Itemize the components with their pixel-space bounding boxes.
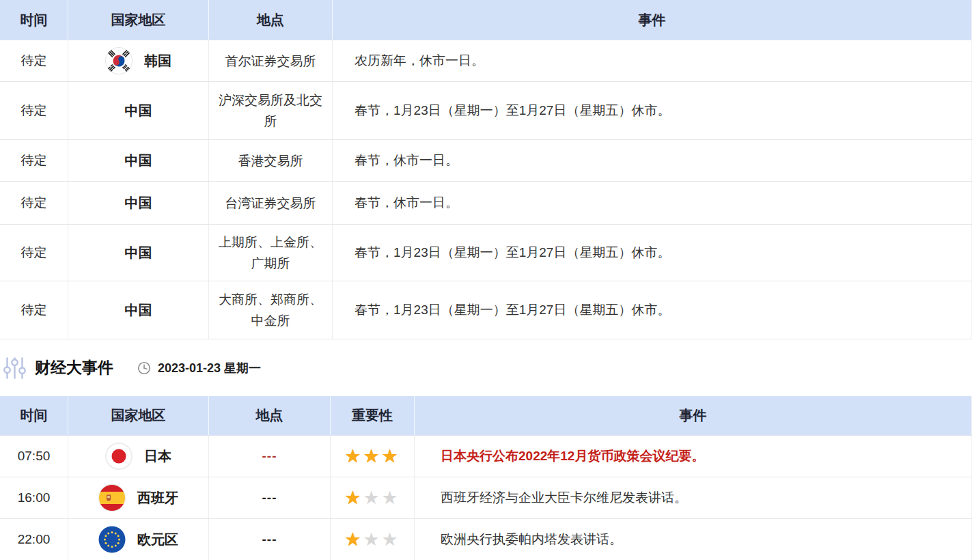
- star-rating: ★★★: [344, 447, 400, 466]
- country-cell: 西班牙: [98, 484, 178, 512]
- table-row: 07:50 日本 --- ★★★ 日本央行公布2022年12月货币政策会议纪要。: [0, 436, 972, 477]
- eu-flag-icon: [98, 526, 126, 553]
- holiday-time: 待定: [0, 281, 68, 339]
- holiday-time: 待定: [0, 140, 68, 181]
- table-row: 待定 中国 上期所、上金所、广期所 春节，1月23日（星期一）至1月27日（星期…: [0, 225, 972, 281]
- country-name: 欧元区: [137, 531, 178, 549]
- country-name: 中国: [125, 301, 152, 320]
- star-rating: ★★★: [344, 531, 400, 549]
- events-table-header: 时间 国家地区 地点 重要性 事件: [0, 396, 972, 436]
- event-cell: 欧洲央行执委帕内塔发表讲话。: [415, 519, 972, 560]
- section-title: 财经大事件: [35, 357, 113, 378]
- country-name: 中国: [125, 244, 152, 262]
- country-cell: 日本: [105, 443, 171, 470]
- location-cell: 香港交易所: [209, 140, 333, 181]
- events-table: 时间 国家地区 地点 重要性 事件 07:50 日本 --- ★★★ 日本央行公…: [0, 396, 972, 560]
- table-row: 22:00 欧元区 --- ★★★: [0, 519, 972, 560]
- star-empty-icon: ★★: [363, 529, 400, 550]
- importance-cell: ★★★: [331, 436, 415, 477]
- header-location: 地点: [209, 0, 333, 40]
- country-cell: 中国: [125, 194, 152, 212]
- table-row: 16:00 西班牙 --- ★★★: [0, 477, 972, 519]
- holiday-time: 待定: [0, 225, 68, 281]
- location-cell: 台湾证券交易所: [209, 182, 333, 224]
- holiday-time: 待定: [0, 182, 68, 224]
- star-filled-icon: ★★★: [344, 446, 400, 466]
- location-cell: ---: [209, 519, 331, 560]
- sliders-icon: [3, 355, 26, 381]
- location-cell: 沪深交易所及北交所: [209, 82, 333, 139]
- country-name: 西班牙: [137, 489, 178, 507]
- country-cell: 欧元区: [98, 526, 178, 553]
- location-cell: 上期所、上金所、广期所: [209, 225, 333, 281]
- country-name: 韩国: [144, 52, 171, 70]
- country-cell: 中国: [125, 244, 152, 262]
- star-filled-icon: ★: [344, 529, 363, 550]
- importance-cell: ★★★: [331, 519, 415, 560]
- japan-flag-icon: [105, 443, 133, 470]
- star-rating: ★★★: [344, 489, 400, 507]
- country-name: 中国: [125, 194, 152, 212]
- location-cell: 大商所、郑商所、中金所: [209, 281, 333, 339]
- header-country: 国家地区: [68, 0, 209, 40]
- header-time: 时间: [0, 396, 68, 435]
- header-country: 国家地区: [68, 396, 209, 435]
- header-location: 地点: [209, 396, 331, 435]
- holiday-time: 待定: [0, 40, 68, 81]
- event-cell: 春节，1月23日（星期一）至1月27日（星期五）休市。: [333, 281, 972, 339]
- section-date: 2023-01-23 星期一: [158, 360, 261, 376]
- event-cell: 春节，1月23日（星期一）至1月27日（星期五）休市。: [333, 225, 972, 281]
- holiday-table: 时间 国家地区 地点 事件 待定: [0, 0, 972, 339]
- event-cell: 农历新年，休市一日。: [333, 40, 972, 81]
- country-name: 中国: [125, 152, 152, 170]
- event-time: 07:50: [0, 436, 68, 477]
- event-time: 16:00: [0, 477, 68, 518]
- header-time: 时间: [0, 0, 68, 40]
- spain-flag-icon: [98, 484, 126, 512]
- country-cell: 中国: [125, 152, 152, 170]
- event-cell: 西班牙经济与企业大臣卡尔维尼发表讲话。: [415, 477, 972, 518]
- country-name: 日本: [144, 447, 171, 466]
- importance-cell: ★★★: [331, 477, 415, 518]
- country-cell: 韩国: [105, 47, 171, 74]
- event-cell: 日本央行公布2022年12月货币政策会议纪要。: [415, 436, 972, 477]
- location-cell: ---: [209, 477, 331, 518]
- event-cell: 春节，休市一日。: [333, 182, 972, 224]
- header-event: 事件: [333, 0, 972, 40]
- location-cell: 首尔证券交易所: [209, 40, 333, 81]
- country-cell: 中国: [125, 301, 152, 320]
- table-row: 待定 中国 香港交易所 春节，休市一日。: [0, 140, 972, 182]
- table-row: 待定 中国 大商所、郑商所、中金所 春节，1月23日（星期一）至1月27日（星期…: [0, 281, 972, 339]
- table-row: 待定 中国 沪深交易所及北交所 春节，1月23日（星期一）至1月27日（星期五）…: [0, 82, 972, 140]
- section-header: 财经大事件 2023-01-23 星期一: [0, 339, 972, 396]
- clock-icon: [137, 361, 152, 376]
- event-time: 22:00: [0, 519, 68, 560]
- star-empty-icon: ★★: [363, 488, 400, 508]
- holiday-table-header: 时间 国家地区 地点 事件: [0, 0, 972, 40]
- header-importance: 重要性: [331, 396, 415, 435]
- event-cell: 春节，休市一日。: [333, 140, 972, 181]
- holiday-time: 待定: [0, 82, 68, 139]
- header-event: 事件: [415, 396, 972, 435]
- table-row: 待定: [0, 40, 972, 82]
- table-row: 待定 中国 台湾证券交易所 春节，休市一日。: [0, 182, 972, 225]
- country-name: 中国: [125, 102, 152, 120]
- event-cell: 春节，1月23日（星期一）至1月27日（星期五）休市。: [333, 82, 972, 139]
- south-korea-flag-icon: [105, 47, 133, 74]
- country-cell: 中国: [125, 102, 152, 120]
- star-filled-icon: ★: [344, 488, 363, 508]
- location-cell: ---: [209, 436, 331, 477]
